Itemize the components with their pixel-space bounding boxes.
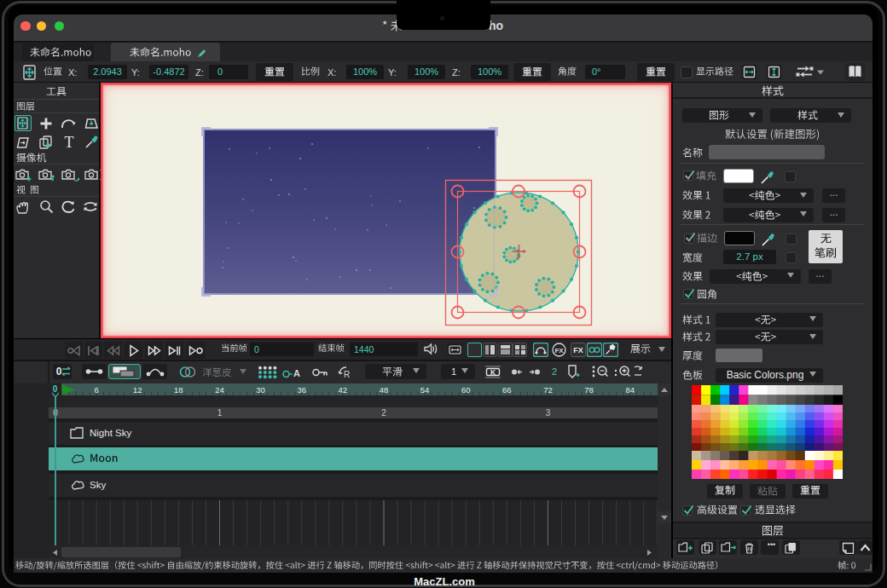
svg-text:FX: FX [573,346,583,355]
svg-text:K: K [490,368,496,377]
svg-text:A: A [293,368,300,378]
svg-text:FX: FX [554,346,564,354]
svg-text:R: R [344,370,350,379]
